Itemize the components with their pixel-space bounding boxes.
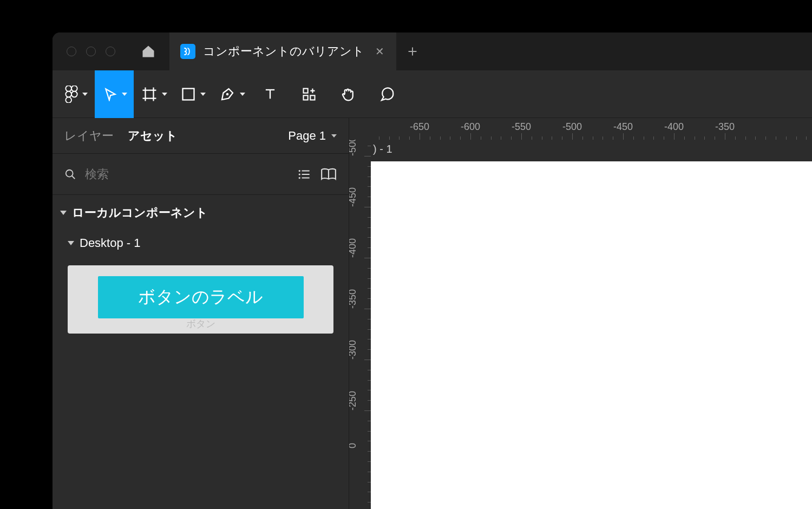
text-icon <box>263 87 278 102</box>
svg-rect-5 <box>183 88 194 100</box>
new-tab-button[interactable] <box>396 32 429 70</box>
figma-file-icon <box>180 44 195 59</box>
frame-group-label: Desktop - 1 <box>80 236 141 250</box>
chevron-down-icon <box>162 93 167 96</box>
list-icon <box>298 167 312 181</box>
svg-rect-9 <box>310 95 315 100</box>
svg-point-11 <box>299 169 300 171</box>
asset-button-label: ボタンのラベル <box>138 285 263 309</box>
tab-assets[interactable]: アセット <box>128 128 178 144</box>
app-window: コンポーネントのバリアント ✕ <box>53 32 812 509</box>
chevron-down-icon <box>82 93 88 96</box>
figma-menu-button[interactable] <box>56 70 95 118</box>
ruler-tick-label: -400 <box>349 238 358 258</box>
disclosure-triangle-icon <box>68 241 74 245</box>
ruler-tick-label: -400 <box>664 121 684 133</box>
library-button[interactable] <box>320 167 337 181</box>
disclosure-triangle-icon <box>60 211 67 215</box>
chevron-down-icon <box>200 93 206 96</box>
local-components-label: ローカルコンポーネント <box>72 205 208 221</box>
svg-point-12 <box>299 173 300 175</box>
ruler-tick-label: -550 <box>512 121 531 133</box>
page-name: Page 1 <box>288 129 326 143</box>
ruler-vertical: -500-450-400-350-300-2500 <box>349 140 371 509</box>
cursor-icon <box>103 87 117 101</box>
plus-icon <box>407 46 418 57</box>
asset-caption: ボタン <box>186 317 215 330</box>
text-tool-button[interactable] <box>251 70 290 118</box>
canvas-frame[interactable] <box>371 161 812 509</box>
window-controls <box>53 32 127 70</box>
asset-preview-button: ボタンのラベル <box>98 276 304 318</box>
svg-rect-2 <box>66 91 71 97</box>
svg-rect-0 <box>66 86 71 92</box>
svg-rect-4 <box>66 97 71 103</box>
close-tab-button[interactable]: ✕ <box>375 45 384 58</box>
svg-point-3 <box>71 91 77 97</box>
comment-tool-button[interactable] <box>368 70 407 118</box>
shape-tool-button[interactable] <box>173 70 212 118</box>
left-panel: レイヤー アセット Page 1 <box>53 118 349 509</box>
rectangle-icon <box>181 87 196 102</box>
figma-logo-icon <box>65 86 78 103</box>
chevron-down-icon <box>122 93 127 96</box>
assets-search-input[interactable] <box>85 167 289 181</box>
list-view-button[interactable] <box>298 167 312 181</box>
chevron-down-icon <box>331 134 337 138</box>
ruler-tick-label: 0 <box>349 443 358 448</box>
svg-rect-1 <box>71 86 77 92</box>
page-selector[interactable]: Page 1 <box>288 129 337 143</box>
frame-tool-button[interactable] <box>134 70 173 118</box>
home-icon <box>141 44 156 59</box>
asset-thumbnail[interactable]: ボタンのラベル ボタン <box>68 265 333 334</box>
ruler-tick-label: -600 <box>461 121 480 133</box>
ruler-tick-label: -250 <box>349 391 358 410</box>
svg-rect-7 <box>304 88 308 93</box>
pen-icon <box>219 86 235 102</box>
ruler-tick-label: -300 <box>349 340 358 360</box>
ruler-tick-label: -450 <box>613 121 633 133</box>
toolbar <box>53 70 812 118</box>
main-area: レイヤー アセット Page 1 <box>53 118 812 509</box>
local-components-header[interactable]: ローカルコンポーネント <box>53 195 349 221</box>
ruler-tick-label: -350 <box>715 121 735 133</box>
svg-point-10 <box>66 169 73 177</box>
ruler-tick-label: -650 <box>410 121 429 133</box>
assets-search-row <box>53 154 349 195</box>
file-tab-title: コンポーネントのバリアント <box>203 43 364 60</box>
search-icon <box>64 168 76 180</box>
frame-icon <box>141 86 158 102</box>
tab-bar: コンポーネントのバリアント ✕ <box>53 32 812 70</box>
ruler-tick-label: -500 <box>562 121 582 133</box>
zoom-window-icon[interactable] <box>106 47 115 56</box>
canvas-area[interactable]: -650-600-550-500-450-400-350 -500-450-40… <box>349 118 812 509</box>
comment-icon <box>379 86 395 102</box>
ruler-corner <box>349 118 371 140</box>
minimize-window-icon[interactable] <box>86 47 96 56</box>
canvas-frame-label[interactable]: ) - 1 <box>373 143 392 155</box>
book-icon <box>320 167 337 181</box>
home-tab[interactable] <box>127 32 169 70</box>
resources-tool-button[interactable] <box>290 70 329 118</box>
frame-group-header[interactable]: Desktop - 1 <box>53 221 349 256</box>
panel-tabs: レイヤー アセット Page 1 <box>53 118 349 154</box>
ruler-horizontal: -650-600-550-500-450-400-350 <box>371 118 812 140</box>
svg-point-13 <box>299 177 300 178</box>
svg-rect-8 <box>304 95 308 100</box>
tab-layers[interactable]: レイヤー <box>64 128 114 144</box>
file-tab[interactable]: コンポーネントのバリアント ✕ <box>169 32 396 70</box>
hand-tool-button[interactable] <box>329 70 368 118</box>
ruler-tick-label: -450 <box>349 187 358 207</box>
close-window-icon[interactable] <box>67 47 76 56</box>
svg-point-6 <box>226 93 229 95</box>
move-tool-button[interactable] <box>95 70 134 118</box>
chevron-down-icon <box>240 93 245 96</box>
hand-icon <box>340 86 356 102</box>
resources-icon <box>302 87 317 102</box>
pen-tool-button[interactable] <box>212 70 251 118</box>
ruler-tick-label: -350 <box>349 289 358 309</box>
